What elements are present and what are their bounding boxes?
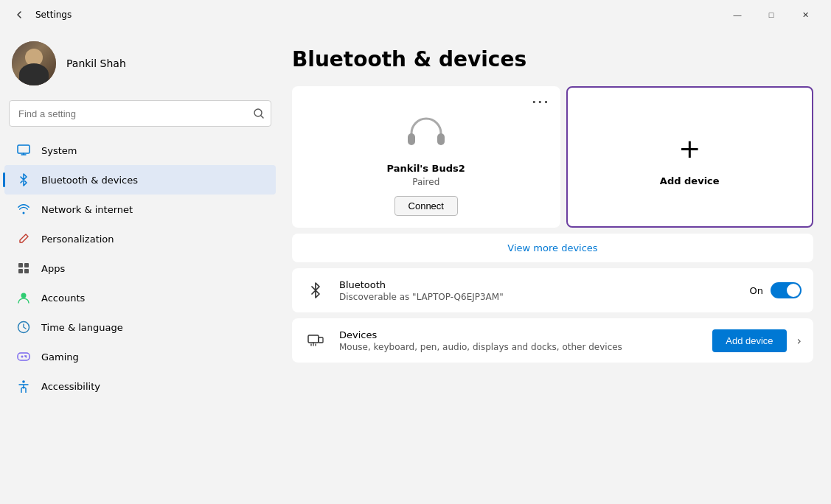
sidebar-item-accessibility[interactable]: Accessibility xyxy=(4,371,276,401)
device-card-buds: ··· Pankil's Buds2 Paired Connect xyxy=(292,86,560,228)
sidebar-item-time[interactable]: Time & language xyxy=(4,312,276,342)
sidebar: Pankil Shah System xyxy=(0,29,280,504)
view-more-link[interactable]: View more devices xyxy=(507,242,597,253)
devices-add-button[interactable]: Add device xyxy=(712,329,786,352)
devices-setting-row: Devices Mouse, keyboard, pen, audio, dis… xyxy=(292,318,813,363)
svg-rect-11 xyxy=(408,133,415,145)
svg-rect-14 xyxy=(319,337,323,343)
avatar xyxy=(12,41,56,85)
svg-rect-1 xyxy=(18,145,29,153)
bluetooth-icon xyxy=(16,172,31,187)
main-content: Bluetooth & devices ··· Pankil's Buds2 P… xyxy=(280,29,831,504)
accounts-icon xyxy=(16,290,31,305)
devices-setting-icon xyxy=(304,329,327,352)
time-icon xyxy=(16,320,31,335)
accessibility-label: Accessibility xyxy=(41,381,100,392)
svg-rect-3 xyxy=(18,263,23,267)
time-label: Time & language xyxy=(41,322,123,333)
add-device-card-label: Add device xyxy=(660,175,720,186)
headphones-icon xyxy=(404,113,448,154)
gaming-label: Gaming xyxy=(41,351,79,363)
svg-rect-4 xyxy=(24,263,29,267)
system-label: System xyxy=(41,145,77,156)
svg-rect-13 xyxy=(308,335,319,343)
devices-setting-desc: Mouse, keyboard, pen, audio, displays an… xyxy=(339,342,700,352)
view-more-row[interactable]: View more devices xyxy=(292,234,813,262)
accessibility-icon xyxy=(16,379,31,393)
device-menu-button[interactable]: ··· xyxy=(532,95,549,109)
add-device-card[interactable]: + Add device xyxy=(566,86,814,228)
sidebar-item-network[interactable]: Network & internet xyxy=(4,195,276,224)
svg-point-7 xyxy=(21,293,27,298)
search-input[interactable] xyxy=(9,100,271,127)
devices-setting-title: Devices xyxy=(339,329,700,340)
chevron-right-icon: › xyxy=(797,334,802,348)
maximize-button[interactable]: □ xyxy=(754,3,788,27)
bluetooth-toggle-label: On xyxy=(750,285,763,296)
network-label: Network & internet xyxy=(41,204,133,215)
app-body: Pankil Shah System xyxy=(0,29,831,504)
svg-rect-9 xyxy=(18,353,29,360)
personalization-label: Personalization xyxy=(41,234,114,245)
svg-point-10 xyxy=(22,380,25,383)
network-icon xyxy=(16,202,31,217)
bluetooth-setting-title: Bluetooth xyxy=(339,279,738,290)
back-button[interactable] xyxy=(9,4,29,25)
minimize-button[interactable]: — xyxy=(720,3,754,27)
svg-rect-6 xyxy=(24,269,29,273)
sidebar-item-apps[interactable]: Apps xyxy=(4,253,276,283)
devices-setting-control: Add device › xyxy=(712,329,802,352)
bluetooth-toggle[interactable] xyxy=(771,282,802,298)
sidebar-item-accounts[interactable]: Accounts xyxy=(4,283,276,312)
plus-icon: + xyxy=(669,128,710,169)
sidebar-item-bluetooth[interactable]: Bluetooth & devices xyxy=(4,165,276,195)
sidebar-item-system[interactable]: System xyxy=(4,136,276,165)
close-button[interactable]: ✕ xyxy=(788,3,822,27)
nav-menu: System Bluetooth & devices xyxy=(0,133,280,404)
bluetooth-setting-text: Bluetooth Discoverable as "LAPTOP-Q6EJP3… xyxy=(339,279,738,302)
device-status: Paired xyxy=(412,177,439,187)
device-name: Pankil's Buds2 xyxy=(387,163,465,174)
bluetooth-setting-icon xyxy=(304,279,327,302)
user-profile: Pankil Shah xyxy=(0,29,280,100)
page-title: Bluetooth & devices xyxy=(292,47,813,71)
connect-button[interactable]: Connect xyxy=(394,196,458,216)
devices-row: ··· Pankil's Buds2 Paired Connect + Add … xyxy=(292,86,813,228)
svg-rect-5 xyxy=(18,269,23,273)
bluetooth-label: Bluetooth & devices xyxy=(41,175,138,186)
accounts-label: Accounts xyxy=(41,293,85,304)
search-box xyxy=(9,100,271,127)
svg-rect-12 xyxy=(437,133,445,145)
titlebar: Settings — □ ✕ xyxy=(0,0,831,29)
sidebar-item-personalization[interactable]: Personalization xyxy=(4,224,276,253)
user-name: Pankil Shah xyxy=(66,57,126,69)
window-controls: — □ ✕ xyxy=(720,3,822,27)
apps-label: Apps xyxy=(41,263,65,274)
bluetooth-setting-control: On xyxy=(750,282,802,298)
pencil-icon xyxy=(16,231,31,246)
sidebar-item-gaming[interactable]: Gaming xyxy=(4,342,276,371)
gaming-icon xyxy=(16,349,31,364)
app-title: Settings xyxy=(35,10,720,20)
monitor-icon xyxy=(16,143,31,158)
apps-icon xyxy=(16,261,31,276)
devices-setting-text: Devices Mouse, keyboard, pen, audio, dis… xyxy=(339,329,700,352)
bluetooth-setting-desc: Discoverable as "LAPTOP-Q6EJP3AM" xyxy=(339,292,738,302)
bluetooth-setting-row: Bluetooth Discoverable as "LAPTOP-Q6EJP3… xyxy=(292,268,813,312)
svg-point-2 xyxy=(23,212,25,214)
